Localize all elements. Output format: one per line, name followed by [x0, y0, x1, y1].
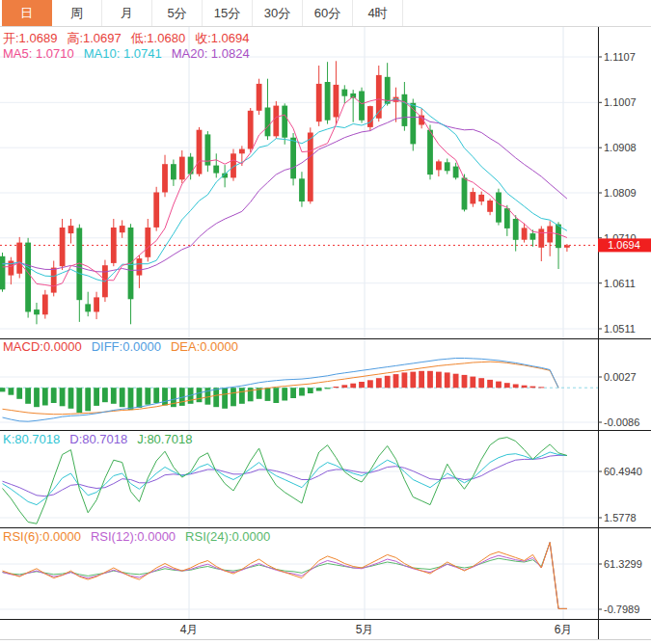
- timeframe-tab-month[interactable]: 月: [102, 0, 152, 26]
- current-price-badge: 1.0694: [598, 238, 651, 252]
- chart-canvas[interactable]: 1.11071.10071.09081.08091.07101.06111.05…: [0, 0, 651, 644]
- low-value: 低:1.0680: [131, 31, 185, 45]
- price-tick-label: 1.1007: [604, 96, 637, 108]
- timeframe-tab-label: 5分: [167, 5, 186, 22]
- timeframe-tabbar: 日周月5分15分30分60分4时: [0, 0, 651, 27]
- kdj-lines: [3, 438, 567, 524]
- timeframe-tab-label: 15分: [214, 5, 240, 22]
- open-value: 开:1.0689: [3, 31, 57, 45]
- rsi-lines: [3, 543, 567, 609]
- rsi12-value: RSI(12):0.0000: [91, 529, 176, 544]
- timeframe-tab-60min[interactable]: 60分: [303, 0, 353, 26]
- price-tick-label: 1.0809: [604, 187, 637, 199]
- timeframe-tab-day[interactable]: 日: [2, 0, 52, 26]
- timeframe-tab-5min[interactable]: 5分: [152, 0, 203, 26]
- rsi-row: RSI(6):0.0000RSI(12):0.0000RSI(24):0.000…: [3, 529, 270, 544]
- timeframe-tab-label: 30分: [264, 5, 290, 22]
- k-value: K:80.7018: [3, 432, 60, 446]
- rsi-tick-label: -0.7989: [604, 604, 639, 615]
- rsi24-value: RSI(24):0.0000: [185, 529, 270, 544]
- price-tick-label: 1.0611: [604, 278, 636, 289]
- dea-value: DEA:0.0000: [171, 339, 238, 354]
- price-tick-label: 1.1107: [604, 51, 636, 63]
- ma-row: MA5: 1.0710MA10: 1.0741MA20: 1.0824: [3, 46, 250, 61]
- price-tick-label: 1.0908: [604, 142, 637, 153]
- macd-value: MACD:0.0000: [3, 339, 82, 354]
- timeframe-tab-30min[interactable]: 30分: [253, 0, 303, 26]
- diff-value: DIFF:0.0000: [92, 339, 161, 354]
- month-label: 4月: [180, 623, 199, 636]
- price-tick-label: 1.0511: [604, 323, 636, 335]
- rsi6-value: RSI(6):0.0000: [3, 529, 81, 544]
- timeframe-tab-label: 周: [70, 5, 83, 22]
- timeframe-tab-15min[interactable]: 15分: [203, 0, 253, 26]
- svg-text:1.0694: 1.0694: [608, 239, 640, 251]
- timeframe-tab-label: 月: [121, 5, 133, 22]
- ma20-value: MA20: 1.0824: [172, 46, 250, 61]
- timeframe-tab-label: 日: [20, 5, 33, 22]
- kdj-tick-label: 1.5778: [604, 512, 637, 523]
- axis-tick-labels: 1.11071.10071.09081.08091.07101.06111.05…: [598, 51, 642, 615]
- ma5-value: MA5: 1.0710: [3, 46, 74, 61]
- j-value: J:80.7018: [137, 432, 192, 446]
- timeframe-tab-week[interactable]: 周: [52, 0, 102, 26]
- close-value: 收:1.0694: [195, 31, 249, 45]
- kdj-row: K:80.7018D:80.7018J:80.7018: [3, 432, 192, 446]
- kdj-tick-label: 60.4940: [604, 466, 642, 477]
- macd-tick-label: 0.0027: [604, 371, 637, 383]
- month-label: 6月: [555, 623, 573, 636]
- rsi-tick-label: 61.3299: [604, 558, 642, 570]
- x-axis-labels: 4月5月6月: [180, 623, 573, 636]
- timeframe-tab-label: 60分: [314, 5, 340, 22]
- chart-app: 1.11071.10071.09081.08091.07101.06111.05…: [0, 0, 651, 644]
- ohlc-row: 开:1.0689高:1.0697低:1.0680收:1.0694: [3, 31, 250, 45]
- timeframe-tab-label: 4时: [367, 5, 387, 22]
- ma10-value: MA10: 1.0741: [84, 46, 162, 61]
- macd-tick-label: -0.0086: [604, 416, 639, 428]
- high-value: 高:1.0697: [67, 31, 121, 45]
- timeframe-tab-4hour[interactable]: 4时: [353, 0, 403, 26]
- d-value: D:80.7018: [69, 432, 127, 446]
- macd-row: MACD:0.0000DIFF:0.0000DEA:0.0000: [3, 339, 238, 354]
- month-label: 5月: [356, 623, 374, 636]
